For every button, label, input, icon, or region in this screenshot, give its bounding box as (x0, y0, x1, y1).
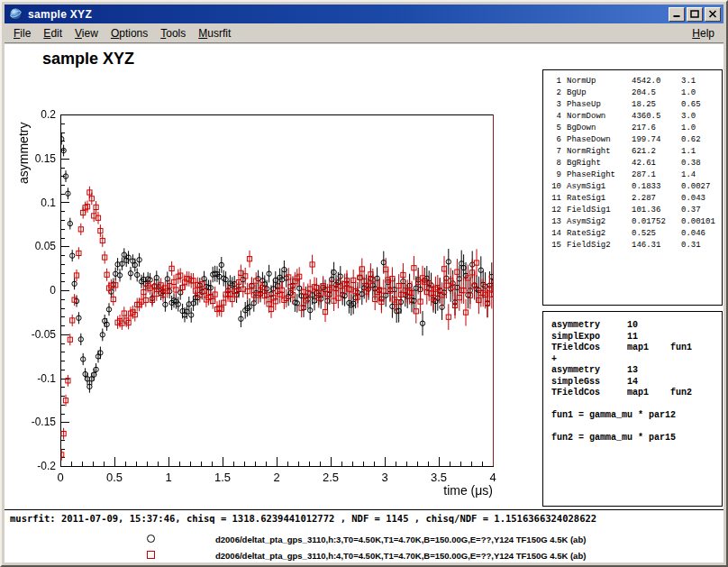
fit-parameters-rows: 1NormUp4542.03.12BgUp204.51.03PhaseUp18.… (549, 76, 722, 251)
param-value: 42.61 (632, 158, 681, 169)
param-idx: 7 (549, 146, 561, 158)
legend-marker-square-icon (147, 551, 155, 559)
param-name: BgUp (567, 87, 632, 99)
param-value: 146.31 (632, 240, 681, 251)
param-idx: 1 (549, 76, 561, 87)
menu-item-musrfit[interactable]: Musrfit (192, 24, 237, 42)
footer-separator (5, 509, 723, 510)
maximize-button[interactable] (687, 7, 703, 22)
fit-parameters-box: 1NormUp4542.03.12BgUp204.51.03PhaseUp18.… (542, 69, 723, 306)
menu-item-edit[interactable]: Edit (37, 24, 68, 42)
param-error: 0.37 (681, 205, 722, 216)
param-name: NormUp (567, 76, 632, 87)
param-error: 0.043 (681, 193, 722, 205)
app-icon (9, 7, 23, 21)
param-value: 4360.5 (632, 111, 681, 123)
parameter-row: 14RateSig20.5250.046 (549, 228, 722, 240)
param-name: PhaseRight (567, 169, 632, 181)
param-value: 217.6 (632, 123, 681, 134)
menu-item-tools[interactable]: Tools (154, 24, 192, 42)
minimize-button[interactable] (669, 7, 685, 22)
theory-line: fun1 = gamma_mu * par12 (551, 410, 722, 422)
theory-line: simpleGss 14 (551, 377, 722, 389)
param-idx: 2 (549, 87, 561, 99)
root-canvas-area: sample XYZ 1NormUp4542.03.12BgUp204.51.0… (5, 44, 723, 562)
parameter-row: 11RateSig12.2870.043 (549, 193, 722, 205)
param-idx: 15 (549, 240, 561, 251)
param-value: 4542.0 (632, 76, 681, 87)
parameter-row: 5BgDown217.61.0 (549, 123, 722, 134)
param-idx: 9 (549, 169, 561, 181)
titlebar[interactable]: sample XYZ (5, 5, 723, 23)
param-name: PhaseDown (567, 134, 632, 146)
parameter-row: 10AsymSig10.18330.0027 (549, 181, 722, 193)
param-name: RateSig2 (567, 228, 632, 240)
window-title: sample XYZ (28, 8, 667, 21)
param-idx: 3 (549, 99, 561, 111)
theory-line: TFieldCos map1 fun2 (551, 388, 722, 399)
parameter-row: 9PhaseRight287.11.4 (549, 169, 722, 181)
theory-box: asymmetry 10simplExpo 11TFieldCos map1 f… (542, 311, 723, 507)
theory-line: + (551, 354, 722, 366)
param-name: BgDown (567, 123, 632, 134)
theory-lines: asymmetry 10simplExpo 11TFieldCos map1 f… (551, 320, 722, 444)
close-button[interactable] (705, 7, 721, 22)
menu-item-help[interactable]: Help (686, 24, 721, 42)
param-value: 0.1833 (632, 181, 681, 193)
param-name: FieldSig2 (567, 240, 632, 251)
param-value: 287.1 (632, 169, 681, 181)
legend-label: d2006/deltat_pta_gps_3110,h:4,T0=4.50K,T… (215, 549, 586, 562)
param-error: 1.0 (681, 123, 722, 134)
param-error: 0.0027 (681, 181, 722, 193)
legend-marker-circle-icon (147, 535, 155, 543)
maximize-icon (690, 10, 699, 18)
param-error: 0.00101 (681, 216, 722, 228)
parameter-row: 7NormRight621.21.1 (549, 146, 722, 158)
menu-item-file[interactable]: File (7, 24, 37, 42)
param-value: 2.287 (632, 193, 681, 205)
menu-item-options[interactable]: Options (105, 24, 154, 42)
legend-label: d2006/deltat_pta_gps_3110,h:3,T0=4.50K,T… (215, 533, 586, 546)
param-idx: 6 (549, 134, 561, 146)
theory-line (551, 422, 722, 434)
parameter-row: 8BgRight42.610.38 (549, 158, 722, 169)
parameter-row: 2BgUp204.51.0 (549, 87, 722, 99)
theory-line: asymmetry 10 (551, 320, 722, 332)
menu-left-group: FileEditViewOptionsToolsMusrfit (7, 24, 237, 42)
parameter-row: 12FieldSig1101.360.37 (549, 205, 722, 216)
param-idx: 12 (549, 205, 561, 216)
param-error: 1.4 (681, 169, 722, 181)
param-name: NormRight (567, 146, 632, 158)
legend-entry: d2006/deltat_pta_gps_3110,h:4,T0=4.50K,T… (5, 548, 723, 562)
param-error: 0.31 (681, 240, 722, 251)
param-idx: 10 (549, 181, 561, 193)
param-name: BgRight (567, 158, 632, 169)
musr-asymmetry-plot[interactable] (5, 44, 545, 506)
param-idx: 4 (549, 111, 561, 123)
param-error: 0.62 (681, 134, 722, 146)
parameter-row: 3PhaseUp18.250.65 (549, 99, 722, 111)
param-idx: 5 (549, 123, 561, 134)
param-idx: 8 (549, 158, 561, 169)
param-error: 3.1 (681, 76, 722, 87)
param-value: 0.01752 (632, 216, 681, 228)
param-error: 0.65 (681, 99, 722, 111)
param-name: FieldSig1 (567, 205, 632, 216)
param-value: 204.5 (632, 87, 681, 99)
window-controls (667, 7, 721, 22)
param-name: AsymSig1 (567, 181, 632, 193)
menu-item-view[interactable]: View (68, 24, 105, 42)
param-error: 0.046 (681, 228, 722, 240)
theory-line: TFieldCos map1 fun1 (551, 343, 722, 354)
theory-line: simplExpo 11 (551, 332, 722, 343)
theory-line (551, 399, 722, 411)
theory-line: asymmetry 13 (551, 365, 722, 377)
param-value: 18.25 (632, 99, 681, 111)
minimize-icon (672, 10, 681, 18)
param-name: PhaseUp (567, 99, 632, 111)
param-error: 1.0 (681, 87, 722, 99)
param-value: 101.36 (632, 205, 681, 216)
fit-status-line: musrfit: 2011-07-09, 15:37:46, chisq = 1… (10, 513, 722, 524)
parameter-row: 4NormDown4360.53.0 (549, 111, 722, 123)
menubar: FileEditViewOptionsToolsMusrfit Help (5, 23, 723, 43)
